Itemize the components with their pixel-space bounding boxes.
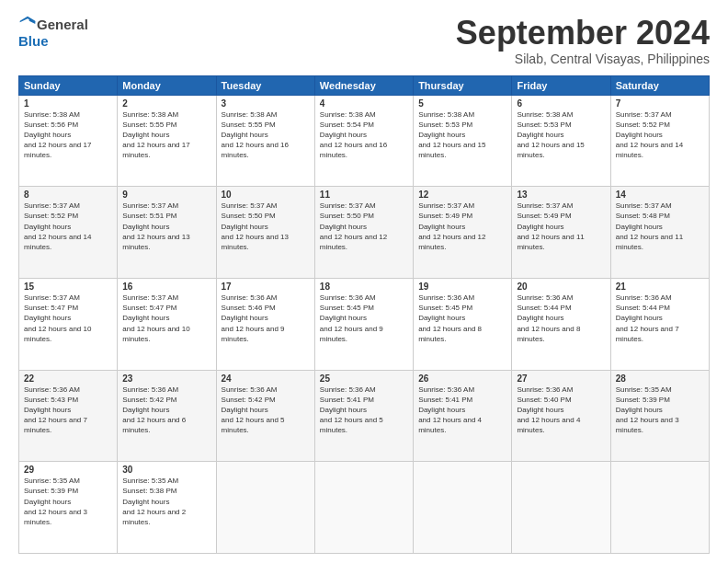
- day-number: 5: [418, 98, 506, 109]
- calendar-week-4: 22 Sunrise: 5:36 AM Sunset: 5:43 PM Dayl…: [19, 370, 710, 462]
- day-content: Sunrise: 5:37 AM Sunset: 5:49 PM Dayligh…: [418, 201, 506, 252]
- table-row: 29 Sunrise: 5:35 AM Sunset: 5:39 PM Dayl…: [19, 462, 118, 554]
- table-row: [314, 462, 413, 554]
- table-row: 10 Sunrise: 5:37 AM Sunset: 5:50 PM Dayl…: [216, 187, 314, 279]
- day-content: Sunrise: 5:38 AM Sunset: 5:55 PM Dayligh…: [122, 109, 210, 161]
- day-content: Sunrise: 5:37 AM Sunset: 5:49 PM Dayligh…: [517, 201, 605, 252]
- day-content: Sunrise: 5:37 AM Sunset: 5:50 PM Dayligh…: [222, 201, 310, 252]
- day-content: Sunrise: 5:38 AM Sunset: 5:55 PM Dayligh…: [222, 109, 310, 161]
- table-row: 20 Sunrise: 5:36 AM Sunset: 5:44 PM Dayl…: [512, 278, 610, 370]
- day-number: 8: [24, 190, 112, 200]
- day-number: 12: [418, 190, 506, 200]
- location: Silab, Central Visayas, Philippines: [456, 52, 710, 66]
- table-row: 26 Sunrise: 5:36 AM Sunset: 5:41 PM Dayl…: [414, 370, 512, 462]
- day-number: 29: [24, 465, 112, 475]
- day-number: 15: [24, 282, 112, 292]
- day-content: Sunrise: 5:36 AM Sunset: 5:43 PM Dayligh…: [24, 385, 112, 436]
- day-number: 27: [517, 373, 605, 384]
- day-number: 16: [122, 282, 210, 292]
- day-number: 23: [122, 373, 210, 384]
- day-number: 18: [320, 282, 408, 292]
- col-friday: Friday: [512, 75, 610, 95]
- table-row: 21 Sunrise: 5:36 AM Sunset: 5:44 PM Dayl…: [610, 278, 709, 370]
- calendar-week-3: 15 Sunrise: 5:37 AM Sunset: 5:47 PM Dayl…: [19, 278, 710, 370]
- col-sunday: Sunday: [19, 75, 118, 95]
- day-content: Sunrise: 5:36 AM Sunset: 5:44 PM Dayligh…: [616, 293, 704, 344]
- day-content: Sunrise: 5:38 AM Sunset: 5:56 PM Dayligh…: [24, 109, 112, 161]
- day-number: 28: [616, 373, 704, 384]
- table-row: 5 Sunrise: 5:38 AM Sunset: 5:53 PM Dayli…: [414, 95, 512, 187]
- day-content: Sunrise: 5:37 AM Sunset: 5:52 PM Dayligh…: [24, 201, 112, 252]
- col-saturday: Saturday: [610, 75, 709, 95]
- day-number: 13: [517, 190, 605, 200]
- table-row: 14 Sunrise: 5:37 AM Sunset: 5:48 PM Dayl…: [610, 187, 709, 279]
- day-content: Sunrise: 5:36 AM Sunset: 5:41 PM Dayligh…: [320, 385, 408, 436]
- col-tuesday: Tuesday: [216, 75, 314, 95]
- table-row: 8 Sunrise: 5:37 AM Sunset: 5:52 PM Dayli…: [19, 187, 118, 279]
- day-number: 21: [616, 282, 704, 292]
- table-row: 17 Sunrise: 5:36 AM Sunset: 5:46 PM Dayl…: [216, 278, 314, 370]
- day-content: Sunrise: 5:37 AM Sunset: 5:47 PM Dayligh…: [122, 293, 210, 344]
- day-number: 2: [122, 98, 210, 109]
- day-content: Sunrise: 5:36 AM Sunset: 5:42 PM Dayligh…: [222, 385, 310, 436]
- table-row: 30 Sunrise: 5:35 AM Sunset: 5:38 PM Dayl…: [118, 462, 216, 554]
- table-row: 19 Sunrise: 5:36 AM Sunset: 5:45 PM Dayl…: [414, 278, 512, 370]
- logo-icon: [18, 15, 37, 33]
- table-row: 24 Sunrise: 5:36 AM Sunset: 5:42 PM Dayl…: [216, 370, 314, 462]
- day-content: Sunrise: 5:37 AM Sunset: 5:51 PM Dayligh…: [122, 201, 210, 252]
- day-number: 4: [320, 98, 408, 109]
- table-row: 3 Sunrise: 5:38 AM Sunset: 5:55 PM Dayli…: [216, 95, 314, 187]
- day-number: 20: [517, 282, 605, 292]
- day-number: 19: [418, 282, 506, 292]
- day-content: Sunrise: 5:37 AM Sunset: 5:48 PM Dayligh…: [616, 201, 704, 252]
- table-row: 9 Sunrise: 5:37 AM Sunset: 5:51 PM Dayli…: [118, 187, 216, 279]
- page: General Blue September 2024 Silab, Centr…: [0, 0, 728, 563]
- calendar-week-2: 8 Sunrise: 5:37 AM Sunset: 5:52 PM Dayli…: [19, 187, 710, 279]
- day-number: 7: [616, 98, 704, 109]
- table-row: 23 Sunrise: 5:36 AM Sunset: 5:42 PM Dayl…: [118, 370, 216, 462]
- calendar-week-5: 29 Sunrise: 5:35 AM Sunset: 5:39 PM Dayl…: [19, 462, 710, 554]
- day-content: Sunrise: 5:36 AM Sunset: 5:45 PM Dayligh…: [418, 293, 506, 344]
- calendar-header-row: Sunday Monday Tuesday Wednesday Thursday…: [19, 75, 710, 95]
- table-row: [216, 462, 314, 554]
- day-number: 1: [24, 98, 112, 109]
- table-row: 16 Sunrise: 5:37 AM Sunset: 5:47 PM Dayl…: [118, 278, 216, 370]
- day-content: Sunrise: 5:36 AM Sunset: 5:42 PM Dayligh…: [122, 385, 210, 436]
- day-number: 3: [222, 98, 310, 109]
- day-content: Sunrise: 5:37 AM Sunset: 5:50 PM Dayligh…: [320, 201, 408, 252]
- table-row: 13 Sunrise: 5:37 AM Sunset: 5:49 PM Dayl…: [512, 187, 610, 279]
- day-content: Sunrise: 5:38 AM Sunset: 5:53 PM Dayligh…: [418, 109, 506, 161]
- day-content: Sunrise: 5:36 AM Sunset: 5:44 PM Dayligh…: [517, 293, 605, 344]
- table-row: [610, 462, 709, 554]
- logo-blue: Blue: [18, 33, 49, 49]
- table-row: [512, 462, 610, 554]
- day-number: 6: [517, 98, 605, 109]
- day-content: Sunrise: 5:37 AM Sunset: 5:52 PM Dayligh…: [616, 109, 704, 161]
- day-number: 22: [24, 373, 112, 384]
- logo: General Blue: [18, 15, 88, 49]
- table-row: 27 Sunrise: 5:36 AM Sunset: 5:40 PM Dayl…: [512, 370, 610, 462]
- day-number: 14: [616, 190, 704, 200]
- month-title: September 2024: [456, 15, 710, 52]
- day-number: 24: [222, 373, 310, 384]
- day-content: Sunrise: 5:37 AM Sunset: 5:47 PM Dayligh…: [24, 293, 112, 344]
- table-row: 11 Sunrise: 5:37 AM Sunset: 5:50 PM Dayl…: [314, 187, 413, 279]
- table-row: 18 Sunrise: 5:36 AM Sunset: 5:45 PM Dayl…: [314, 278, 413, 370]
- day-content: Sunrise: 5:36 AM Sunset: 5:41 PM Dayligh…: [418, 385, 506, 436]
- day-number: 11: [320, 190, 408, 200]
- table-row: 25 Sunrise: 5:36 AM Sunset: 5:41 PM Dayl…: [314, 370, 413, 462]
- day-number: 25: [320, 373, 408, 384]
- day-content: Sunrise: 5:35 AM Sunset: 5:39 PM Dayligh…: [24, 476, 112, 527]
- day-content: Sunrise: 5:38 AM Sunset: 5:54 PM Dayligh…: [320, 109, 408, 161]
- table-row: 28 Sunrise: 5:35 AM Sunset: 5:39 PM Dayl…: [610, 370, 709, 462]
- table-row: 12 Sunrise: 5:37 AM Sunset: 5:49 PM Dayl…: [414, 187, 512, 279]
- table-row: [414, 462, 512, 554]
- day-number: 17: [222, 282, 310, 292]
- table-row: 6 Sunrise: 5:38 AM Sunset: 5:53 PM Dayli…: [512, 95, 610, 187]
- title-block: September 2024 Silab, Central Visayas, P…: [456, 15, 710, 66]
- day-content: Sunrise: 5:38 AM Sunset: 5:53 PM Dayligh…: [517, 109, 605, 161]
- table-row: 15 Sunrise: 5:37 AM Sunset: 5:47 PM Dayl…: [19, 278, 118, 370]
- table-row: 2 Sunrise: 5:38 AM Sunset: 5:55 PM Dayli…: [118, 95, 216, 187]
- col-thursday: Thursday: [414, 75, 512, 95]
- day-content: Sunrise: 5:36 AM Sunset: 5:40 PM Dayligh…: [517, 385, 605, 436]
